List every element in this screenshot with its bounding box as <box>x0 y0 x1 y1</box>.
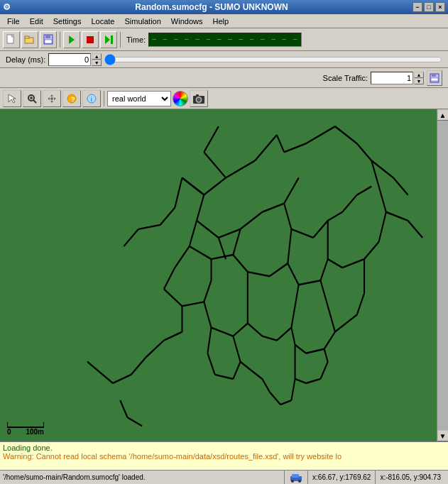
delay-input[interactable]: 0 <box>48 53 91 66</box>
svg-line-90 <box>277 328 292 341</box>
svg-line-34 <box>226 160 255 177</box>
svg-line-75 <box>342 259 364 268</box>
svg-line-104 <box>233 362 240 379</box>
pan-button[interactable] <box>43 90 61 107</box>
svg-line-93 <box>295 345 306 353</box>
svg-line-114 <box>306 379 321 383</box>
svg-line-53 <box>262 204 284 212</box>
svg-line-129 <box>182 177 204 194</box>
svg-line-51 <box>219 229 241 238</box>
menu-windows[interactable]: Windows <box>167 16 207 27</box>
svg-line-92 <box>291 328 295 345</box>
zoom-button[interactable] <box>23 90 41 107</box>
svg-line-63 <box>212 255 234 259</box>
menu-simulation[interactable]: Simulation <box>120 16 165 27</box>
svg-line-77 <box>379 212 386 242</box>
delay-down[interactable]: ▼ <box>92 60 102 66</box>
svg-line-80 <box>164 289 182 306</box>
file-path: '/home/sumo-main/Random.sumocfg' loaded. <box>3 471 285 484</box>
new-button[interactable] <box>3 31 20 48</box>
map-area[interactable]: 0 100m ▲ ▼ <box>0 109 448 441</box>
time-display: − − − − − − − − − − − − − − <box>148 33 302 47</box>
menu-file[interactable]: File <box>3 16 24 27</box>
svg-line-66 <box>233 255 248 272</box>
main-toolbar: Time: − − − − − − − − − − − − − − <box>0 28 448 51</box>
arrow-tool-button[interactable] <box>3 90 21 107</box>
svg-line-117 <box>87 362 113 383</box>
svg-line-98 <box>346 314 356 323</box>
svg-line-50 <box>197 221 219 238</box>
delay-up[interactable]: ▲ <box>92 53 102 60</box>
svg-line-115 <box>320 362 327 379</box>
svg-line-67 <box>248 272 270 276</box>
delay-slider[interactable] <box>104 54 442 65</box>
svg-rect-31 <box>196 94 199 97</box>
svg-line-128 <box>175 177 182 207</box>
title-icon: ⚙ <box>3 0 11 14</box>
svg-line-118 <box>113 375 131 383</box>
svg-marker-14 <box>9 94 16 103</box>
svg-rect-8 <box>87 36 94 43</box>
scroll-up-button[interactable]: ▲ <box>437 109 449 121</box>
open-button[interactable] <box>21 31 38 48</box>
menu-settings[interactable]: Settings <box>49 16 86 27</box>
svg-point-132 <box>291 480 294 483</box>
delay-spinner[interactable]: ▲ ▼ <box>92 53 102 66</box>
step-button[interactable] <box>100 31 117 48</box>
svg-line-44 <box>379 187 386 212</box>
scale-down[interactable]: ▼ <box>414 78 424 84</box>
scroll-down-button[interactable]: ▼ <box>437 430 449 441</box>
svg-line-89 <box>262 336 277 341</box>
svg-line-40 <box>357 143 372 160</box>
scale-spinner[interactable]: ▲ ▼ <box>414 72 424 84</box>
svg-line-39 <box>335 126 357 143</box>
play-button[interactable] <box>63 31 80 48</box>
title-bar: ⚙ Random.sumocfg - SUMO UNKNOWN − □ × <box>0 0 448 14</box>
save-scale-button[interactable] <box>427 70 442 86</box>
save-sim-button[interactable] <box>40 31 57 48</box>
menu-locate[interactable]: Locate <box>87 16 119 27</box>
minimize-button[interactable]: − <box>413 2 422 12</box>
svg-point-30 <box>198 99 200 101</box>
stop-button[interactable] <box>82 31 99 48</box>
svg-line-54 <box>284 177 299 203</box>
time-label: Time: <box>126 35 146 44</box>
scroll-track[interactable] <box>437 121 449 430</box>
svg-marker-9 <box>105 35 110 44</box>
menu-edit[interactable]: Edit <box>26 16 48 27</box>
svg-line-57 <box>313 221 328 238</box>
color-scheme-button[interactable] <box>173 91 188 106</box>
svg-line-37 <box>284 143 306 152</box>
svg-line-106 <box>241 362 251 370</box>
info-button[interactable]: ? <box>62 90 81 107</box>
svg-line-59 <box>342 195 357 212</box>
map-scrollbar[interactable]: ▲ ▼ <box>437 109 448 441</box>
svg-line-99 <box>357 293 364 314</box>
svg-line-102 <box>207 353 214 375</box>
svg-line-60 <box>357 187 372 195</box>
svg-line-49 <box>197 195 204 221</box>
scale-input[interactable]: 1 <box>371 72 413 84</box>
car-icon-area <box>285 471 308 484</box>
close-button[interactable]: × <box>435 2 445 12</box>
object-info-button[interactable]: i <box>82 90 101 107</box>
svg-marker-19 <box>50 94 53 97</box>
svg-line-76 <box>364 242 379 259</box>
camera-button[interactable] <box>190 90 208 107</box>
menu-help[interactable]: Help <box>208 16 233 27</box>
info-bar: '/home/sumo-main/Random.sumocfg' loaded.… <box>0 470 448 484</box>
view-select[interactable]: real world standard satellite <box>107 91 171 106</box>
svg-line-110 <box>280 400 291 405</box>
svg-line-46 <box>408 221 423 238</box>
svg-line-108 <box>262 379 269 392</box>
svg-line-52 <box>241 212 263 229</box>
svg-line-72 <box>320 259 327 280</box>
svg-line-68 <box>270 263 288 276</box>
scale-bar: 0 100m <box>7 422 44 436</box>
svg-line-123 <box>120 400 127 417</box>
svg-line-55 <box>284 204 291 229</box>
maximize-button[interactable]: □ <box>424 2 434 12</box>
scale-up[interactable]: ▲ <box>414 72 424 78</box>
svg-marker-7 <box>69 35 75 44</box>
svg-line-88 <box>248 324 263 336</box>
